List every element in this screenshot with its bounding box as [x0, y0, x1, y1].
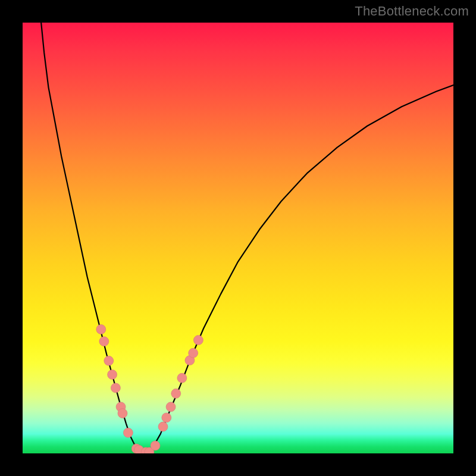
highlight-dot [118, 409, 127, 418]
highlight-dot [108, 370, 117, 380]
highlight-dot [189, 348, 198, 358]
highlight-dot [111, 383, 120, 393]
highlight-dot [99, 337, 109, 346]
dots-group [96, 324, 203, 453]
chart-frame: TheBottleneck.com [0, 0, 476, 476]
highlight-dot [166, 402, 176, 412]
highlight-dot [96, 324, 106, 334]
plot-area [23, 23, 453, 453]
curve-right-curve [148, 85, 453, 453]
curve-left-curve [41, 23, 143, 453]
curve-group [41, 23, 453, 453]
highlight-dot [171, 389, 181, 398]
highlight-dot [158, 422, 168, 431]
highlight-dot [123, 428, 133, 437]
highlight-dot [193, 336, 203, 345]
curves-svg [23, 23, 453, 453]
watermark-text: TheBottleneck.com [355, 4, 469, 19]
highlight-dot [177, 373, 187, 383]
highlight-dot [151, 441, 160, 450]
highlight-dot [162, 413, 171, 422]
highlight-dot [104, 356, 114, 365]
